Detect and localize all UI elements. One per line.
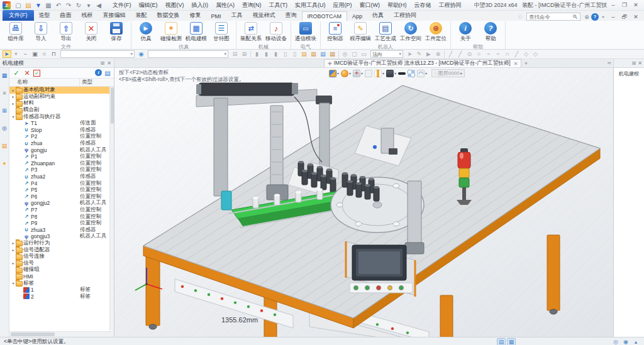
right-panel-dock-icon[interactable]: ⊞ [632, 60, 636, 66]
fly-through-icon[interactable]: ▾ [417, 70, 427, 77]
ribbon-tab-IROBOTCAM[interactable]: IROBOTCAM [302, 11, 348, 21]
help-icon[interactable]: ? [591, 13, 599, 21]
customize-caret-icon[interactable]: ▾ [84, 1, 93, 9]
assistant-tab-icon[interactable]: ● [1, 160, 8, 167]
ribbon-button-甘特图[interactable]: ☰甘特图 [209, 21, 234, 43]
align-left-icon[interactable]: ⊟ [231, 50, 240, 58]
expand-status-icon[interactable]: ▴ [631, 338, 640, 345]
ribbon-tab-造型[interactable]: 造型 [34, 10, 55, 21]
right-panel-close-icon[interactable]: ✕ [638, 60, 642, 66]
ribbon-button-帮助[interactable]: ?帮助 [478, 21, 503, 43]
ref-icon[interactable]: ▢ [350, 50, 359, 58]
tree-horizontal-scrollbar[interactable] [9, 331, 114, 337]
viewport[interactable]: 按下<F2>动态检查框 <F8>或者<Shift-roll>,查找下一个有效的过… [114, 68, 613, 337]
manager-tab-icon[interactable]: ▦ [1, 72, 8, 79]
fill-1-icon[interactable]: ◇ [522, 50, 531, 58]
ribbon-tab-App[interactable]: App [347, 12, 367, 21]
line-1-icon[interactable]: ╱ [447, 50, 455, 58]
expander-icon[interactable]: ▸ [11, 94, 16, 99]
ribbon-button-程序编辑[interactable]: ✎程序编辑 [348, 21, 373, 43]
expander-icon[interactable]: ▸ [11, 241, 16, 245]
ribbon-tab-视觉样式[interactable]: 视觉样式 [248, 10, 280, 21]
grid-icon[interactable] [408, 70, 415, 77]
ribbon-button-工作空间[interactable]: ↻工作空间 [398, 21, 423, 43]
background-icon[interactable] [365, 70, 372, 77]
menu-item-2[interactable]: 视图(V) [162, 0, 188, 11]
arc-icon[interactable]: ∩ [503, 50, 512, 58]
refresh-icon[interactable]: ↻ [74, 1, 83, 9]
circle-dot-icon[interactable]: ⊙ [465, 50, 474, 58]
fill-2-icon[interactable]: ◇ [531, 50, 540, 58]
ribbon-tab-PMI[interactable]: PMI [206, 12, 226, 21]
tree-row-传感器与执行器[interactable]: ▾传感器与执行器 [9, 113, 114, 120]
ribbon-button-工件定位[interactable]: ⊕工件定位 [423, 21, 448, 43]
snap-1-icon[interactable]: ▮ [253, 50, 262, 58]
snap-3-icon[interactable]: ▮ [272, 50, 280, 58]
spline-2-icon[interactable]: ~ [494, 50, 502, 58]
clip-plane-icon[interactable] [398, 70, 406, 77]
camera-icon[interactable]: ▾ [353, 70, 363, 77]
ribbon-button-仿真[interactable]: ▶仿真 [133, 21, 158, 43]
pick-lasso-icon[interactable]: ○ [40, 50, 49, 58]
cursor-icon[interactable]: ➤ [406, 50, 414, 58]
pin-ribbon-icon[interactable]: ♢ [516, 13, 525, 21]
menu-item-10[interactable]: 帮助(H) [384, 0, 411, 11]
expander-icon[interactable]: ▸ [11, 88, 16, 92]
panel-dock-icon[interactable]: ⊞ [101, 60, 105, 66]
ribbon-button-关闭[interactable]: ✕关闭 [79, 21, 104, 43]
tree-vertical-scrollbar[interactable] [109, 87, 114, 331]
close-button[interactable]: ✕ [630, 1, 641, 9]
info-icon[interactable]: i [95, 69, 102, 76]
pick-chain-icon[interactable]: ⊓ [50, 50, 58, 58]
ribbon-button-装配关系[interactable]: ⇄装配关系 [238, 21, 264, 43]
folder-a-icon[interactable]: ▤ [300, 50, 309, 58]
online-icon[interactable]: ⊕ [582, 13, 591, 21]
menu-item-9[interactable]: 窗口(W) [356, 0, 384, 11]
3d-model[interactable] [114, 68, 613, 337]
ribbon-tab-直接编辑[interactable]: 直接编辑 [98, 10, 131, 21]
ribbon-tab-装配[interactable]: 装配 [131, 10, 152, 21]
minimize-button[interactable]: – [608, 1, 619, 9]
tab-pin-icon[interactable]: ✛ [328, 61, 332, 67]
ribbon-button-保存[interactable]: 保存 [104, 21, 129, 43]
align-right-icon[interactable]: ⊞ [240, 50, 249, 58]
delete-icon[interactable]: ✕ [23, 68, 31, 77]
collapse-icon[interactable]: ◀ [94, 1, 103, 9]
redo-icon[interactable]: ↷ [64, 1, 73, 9]
filter-toggle-icon[interactable]: ▤ [497, 338, 506, 345]
menu-item-1[interactable]: 编辑(E) [135, 0, 162, 11]
ribbon-button-关于[interactable]: i关于 [453, 21, 478, 43]
section-icon[interactable]: ▾ [374, 70, 384, 77]
help-caret-icon[interactable]: ▾ [599, 13, 608, 21]
menu-item-0[interactable]: 文件(F) [109, 0, 135, 11]
open-icon[interactable]: ▤ [24, 1, 33, 9]
ribbon-tab-仿真[interactable]: 仿真 [367, 10, 389, 21]
ribbon-button-机电建模[interactable]: ▦机电建模 [184, 21, 209, 43]
expander-icon[interactable]: ▾ [11, 281, 16, 285]
da-combo-8[interactable]: ▾ [148, 50, 228, 58]
layer-combo[interactable]: ◌图层0000▾ [431, 69, 465, 77]
command-search-input[interactable] [529, 14, 572, 20]
pick-filter-icon[interactable]: ➤ [3, 50, 11, 58]
tree-row-2[interactable]: 2标签 [9, 293, 114, 300]
save-icon[interactable]: ▼ [34, 1, 43, 9]
expander-icon[interactable]: ▸ [11, 261, 16, 265]
list-view-icon[interactable]: ▤ [104, 69, 111, 77]
document-tab[interactable]: ✛ IMCD验证平台-广州工贸技师 流水线12.Z3 - [IMCD验证平台-广… [324, 59, 521, 67]
new-doc-icon[interactable]: ▢ [14, 1, 23, 9]
pick-box-icon[interactable]: ▣ [31, 50, 40, 58]
column-name[interactable]: 名称 [9, 79, 80, 86]
ribbon-button-移动设备[interactable]: ♪移动设备 [264, 21, 289, 43]
tab-overflow-icon[interactable]: ≂ [605, 59, 613, 67]
column-type[interactable]: 类型 [80, 79, 114, 86]
ribbon-tab-线框[interactable]: 线框 [77, 10, 98, 21]
menu-item-7[interactable]: 实用工具(U) [291, 0, 330, 11]
display-toggle-icon[interactable]: ▦ [507, 338, 516, 345]
folder-c-icon[interactable]: ▤ [319, 50, 328, 58]
ribbon-tab-文件(F)[interactable]: 文件(F) [3, 10, 34, 21]
checkbox-icon[interactable]: ✓ [33, 70, 40, 77]
apply-icon[interactable]: ✓ [12, 68, 21, 77]
menu-item-12[interactable]: 工程协同 [435, 0, 465, 11]
zoom-in-icon[interactable]: + [12, 50, 21, 58]
print-icon[interactable]: ▦ [44, 1, 53, 9]
